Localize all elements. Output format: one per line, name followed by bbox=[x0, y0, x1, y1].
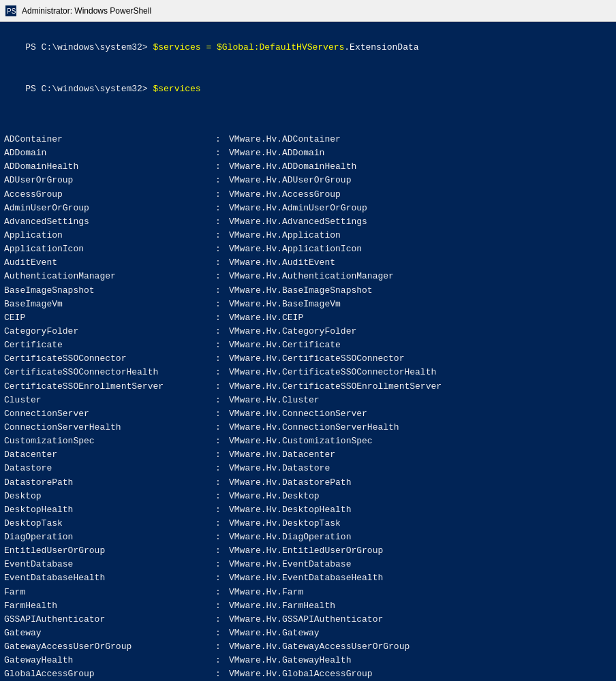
service-value: VMware.Hv.EventDatabaseHealth bbox=[229, 571, 383, 585]
separator: : bbox=[215, 256, 229, 270]
command-line-1: PS C:\windows\system32> $services = $Glo… bbox=[4, 27, 611, 68]
separator: : bbox=[215, 242, 229, 256]
separator: : bbox=[215, 544, 229, 558]
separator: : bbox=[215, 421, 229, 434]
service-name: AccessGroup bbox=[4, 188, 215, 202]
table-row: AccessGroup: VMware.Hv.AccessGroup bbox=[4, 188, 611, 202]
window-title: Administrator: Windows PowerShell bbox=[22, 6, 151, 16]
service-name: Gateway bbox=[4, 627, 215, 640]
table-row: DesktopHealth: VMware.Hv.DesktopHealth bbox=[4, 503, 611, 517]
powershell-icon: PS bbox=[5, 5, 16, 16]
service-name: BaseImageSnapshot bbox=[4, 284, 215, 298]
table-row: Datacenter: VMware.Hv.Datacenter bbox=[4, 448, 611, 462]
separator: : bbox=[215, 394, 229, 407]
separator: : bbox=[215, 640, 229, 654]
separator: : bbox=[215, 654, 229, 667]
service-value: VMware.Hv.DesktopTask bbox=[229, 517, 341, 530]
service-value: VMware.Hv.GlobalAccessGroup bbox=[229, 667, 373, 681]
separator: : bbox=[215, 174, 229, 187]
service-value: VMware.Hv.GSSAPIAuthenticator bbox=[229, 613, 383, 627]
service-name: Cluster bbox=[4, 394, 215, 407]
service-name: Datacenter bbox=[4, 448, 215, 462]
separator: : bbox=[215, 270, 229, 283]
service-value: VMware.Hv.AdvancedSettings bbox=[229, 215, 367, 229]
service-name: DiagOperation bbox=[4, 530, 215, 544]
table-row: AuditEvent: VMware.Hv.AuditEvent bbox=[4, 256, 611, 270]
service-value: VMware.Hv.EntitledUserOrGroup bbox=[229, 544, 383, 558]
service-name: EntitledUserOrGroup bbox=[4, 544, 215, 558]
service-name: ApplicationIcon bbox=[4, 242, 215, 256]
separator: : bbox=[215, 462, 229, 475]
table-row: EventDatabaseHealth: VMware.Hv.EventData… bbox=[4, 571, 611, 585]
separator: : bbox=[215, 476, 229, 490]
separator: : bbox=[215, 490, 229, 503]
service-value: VMware.Hv.Certificate bbox=[229, 338, 341, 352]
table-row: ConnectionServer: VMware.Hv.ConnectionSe… bbox=[4, 407, 611, 421]
service-value: VMware.Hv.FarmHealth bbox=[229, 599, 335, 613]
service-name: BaseImageVm bbox=[4, 298, 215, 311]
table-row: Desktop: VMware.Hv.Desktop bbox=[4, 490, 611, 503]
service-value: VMware.Hv.AccessGroup bbox=[229, 188, 341, 202]
table-row: EventDatabase: VMware.Hv.EventDatabase bbox=[4, 558, 611, 571]
table-row: Application: VMware.Hv.Application bbox=[4, 229, 611, 242]
service-value: VMware.Hv.AuthenticationManager bbox=[229, 270, 394, 283]
table-row: DiagOperation: VMware.Hv.DiagOperation bbox=[4, 530, 611, 544]
service-name: CEIP bbox=[4, 311, 215, 325]
separator: : bbox=[215, 311, 229, 325]
separator: : bbox=[215, 558, 229, 571]
separator: : bbox=[215, 188, 229, 202]
service-value: VMware.Hv.ADUserOrGroup bbox=[229, 174, 351, 187]
service-value: VMware.Hv.BaseImageVm bbox=[229, 298, 341, 311]
table-row: GatewayHealth: VMware.Hv.GatewayHealth bbox=[4, 654, 611, 667]
separator: : bbox=[215, 503, 229, 517]
separator: : bbox=[215, 215, 229, 229]
separator: : bbox=[215, 380, 229, 394]
table-row: Farm: VMware.Hv.Farm bbox=[4, 586, 611, 599]
service-value: VMware.Hv.AdminUserOrGroup bbox=[229, 202, 367, 215]
separator: : bbox=[215, 366, 229, 379]
separator: : bbox=[215, 530, 229, 544]
service-value: VMware.Hv.Gateway bbox=[229, 627, 320, 640]
separator: : bbox=[215, 571, 229, 585]
service-value: VMware.Hv.DesktopHealth bbox=[229, 503, 351, 517]
service-name: ConnectionServerHealth bbox=[4, 421, 215, 434]
service-name: ADUserOrGroup bbox=[4, 174, 215, 187]
service-name: CustomizationSpec bbox=[4, 434, 215, 448]
console-window[interactable]: PS C:\windows\system32> $services = $Glo… bbox=[0, 22, 616, 681]
table-row: AdminUserOrGroup: VMware.Hv.AdminUserOrG… bbox=[4, 202, 611, 215]
table-row: CertificateSSOEnrollmentServer: VMware.H… bbox=[4, 380, 611, 394]
table-row: FarmHealth: VMware.Hv.FarmHealth bbox=[4, 599, 611, 613]
service-value: VMware.Hv.GatewayAccessUserOrGroup bbox=[229, 640, 410, 654]
service-name: CategoryFolder bbox=[4, 325, 215, 338]
table-row: GatewayAccessUserOrGroup: VMware.Hv.Gate… bbox=[4, 640, 611, 654]
table-row: CertificateSSOConnector: VMware.Hv.Certi… bbox=[4, 352, 611, 366]
separator: : bbox=[215, 298, 229, 311]
title-bar: PS Administrator: Windows PowerShell bbox=[0, 0, 616, 22]
separator: : bbox=[215, 599, 229, 613]
service-name: AuthenticationManager bbox=[4, 270, 215, 283]
table-row: CustomizationSpec: VMware.Hv.Customizati… bbox=[4, 434, 611, 448]
service-name: ConnectionServer bbox=[4, 407, 215, 421]
service-name: Datastore bbox=[4, 462, 215, 475]
separator: : bbox=[215, 586, 229, 599]
separator: : bbox=[215, 202, 229, 215]
table-row: AdvancedSettings: VMware.Hv.AdvancedSett… bbox=[4, 215, 611, 229]
separator: : bbox=[215, 338, 229, 352]
service-name: Application bbox=[4, 229, 215, 242]
prompt-2: PS C:\windows\system32> bbox=[25, 84, 153, 94]
separator: : bbox=[215, 160, 229, 174]
service-name: GSSAPIAuthenticator bbox=[4, 613, 215, 627]
service-value: VMware.Hv.CustomizationSpec bbox=[229, 434, 373, 448]
service-name: AdminUserOrGroup bbox=[4, 202, 215, 215]
service-name: AdvancedSettings bbox=[4, 215, 215, 229]
table-row: Gateway: VMware.Hv.Gateway bbox=[4, 627, 611, 640]
service-name: Farm bbox=[4, 586, 215, 599]
service-name: GatewayHealth bbox=[4, 654, 215, 667]
table-row: AuthenticationManager: VMware.Hv.Authent… bbox=[4, 270, 611, 283]
separator: : bbox=[215, 613, 229, 627]
output-blank bbox=[4, 115, 611, 129]
service-name: DesktopHealth bbox=[4, 503, 215, 517]
service-name: CertificateSSOConnectorHealth bbox=[4, 366, 215, 379]
service-value: VMware.Hv.EventDatabase bbox=[229, 558, 351, 571]
table-row: CategoryFolder: VMware.Hv.CategoryFolder bbox=[4, 325, 611, 338]
